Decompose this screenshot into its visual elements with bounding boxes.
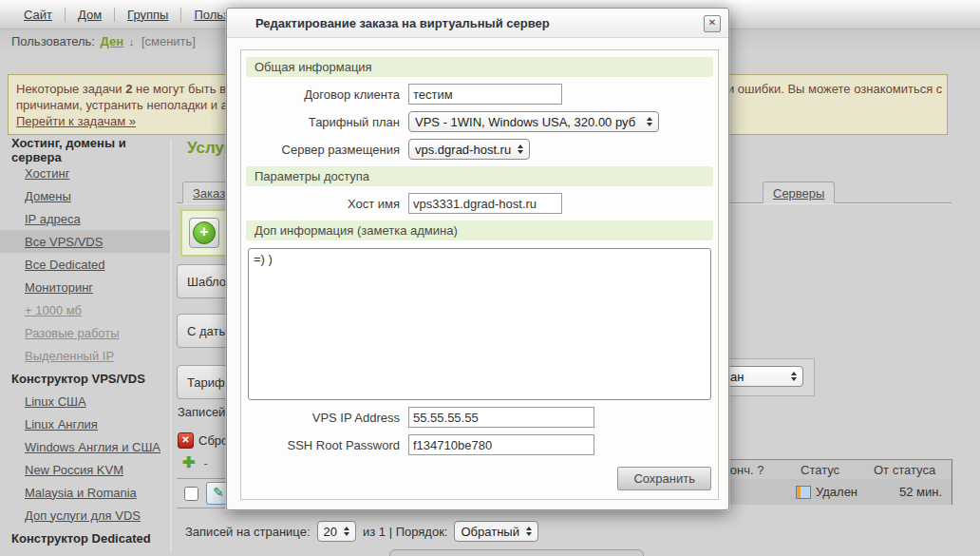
status-filter-select[interactable]: зан — [718, 366, 803, 387]
ssh-password-input[interactable] — [408, 434, 594, 455]
save-button[interactable]: Сохранить — [617, 467, 711, 490]
row-checkbox[interactable] — [184, 487, 198, 501]
sidebar-item-domains[interactable]: Домены — [0, 184, 170, 207]
reset-filters-label: Сбро — [198, 433, 228, 448]
sidebar-item-all-vps[interactable]: Все VPS/VDS — [0, 230, 170, 253]
records-count-label: Записей — [178, 405, 225, 419]
reset-filters-control[interactable]: ✕ Сбро — [178, 432, 228, 449]
add-row-dash: - — [203, 456, 207, 470]
orders-table-row[interactable]: Удален 52 мин. — [705, 479, 952, 505]
sidebar-section-vps-constructor: Конструктор VPS/VDS — [0, 367, 170, 390]
section-general-info: Общая информация — [246, 57, 713, 77]
sidebar-item-malaysia-romania[interactable]: Malaysia и Romania — [0, 481, 170, 504]
sidebar-item-one-time-jobs[interactable]: Разовые работы — [0, 321, 170, 344]
sidebar-item-linux-usa[interactable]: Linux США — [0, 390, 170, 412]
row-status-value: Удален — [816, 485, 858, 499]
stepper-arrows-icon — [518, 144, 523, 154]
admin-note-textarea[interactable]: =) ) — [248, 248, 711, 400]
nav-item-site[interactable]: Сайт — [11, 8, 66, 22]
vps-ip-input[interactable] — [408, 407, 594, 428]
sidebar-section-hosting: Хостинг, домены и сервера — [0, 139, 170, 162]
per-page-label: Записей на странице: — [185, 525, 311, 539]
page-title: Услуг — [187, 139, 231, 158]
sidebar-item-hosting[interactable]: Хостинг — [0, 162, 170, 184]
vps-ip-label: VPS IP Address — [246, 411, 400, 425]
warning-line2: причинами, устранить неполадки и акти — [16, 98, 246, 112]
current-user-row: Пользователь: Ден ↓ [сменить] — [11, 34, 196, 48]
warning-line1-left: Некоторые задачи 2 не могут быть выпо — [16, 82, 249, 96]
placement-server-label: Сервер размещения — [246, 143, 400, 157]
sidebar: Хостинг, домены и сервера Хостинг Домены… — [0, 139, 170, 549]
add-order-button[interactable]: + — [189, 218, 219, 248]
close-icon[interactable]: ✕ — [704, 15, 721, 32]
sidebar-section-dedicated-constructor: Конструктор Dedicated — [0, 527, 170, 549]
bottom-partial-panel — [389, 549, 644, 556]
sidebar-item-new-russia-kvm[interactable]: New Россия KVM — [0, 458, 170, 481]
stepper-arrows-icon — [344, 527, 349, 536]
order-select[interactable]: Обратный — [454, 521, 537, 542]
plan-label: Тарифный план — [246, 115, 400, 129]
dialog-body: Общая информация Договор клиента Тарифны… — [227, 38, 728, 509]
edit-order-dialog: Редактирование заказа на виртуальный сер… — [226, 8, 729, 510]
order-form: Общая информация Договор клиента Тарифны… — [240, 49, 719, 500]
section-access-params: Параметры доступа — [246, 166, 713, 186]
column-since-status: От статуса — [874, 463, 935, 477]
plan-select[interactable]: VPS - 1WIN, Windows USA, 320.00 руб — [408, 111, 659, 132]
placement-server-select[interactable]: vps.dgrad-host.ru — [408, 139, 530, 160]
contract-input[interactable] — [408, 84, 562, 105]
hostname-input[interactable] — [408, 193, 562, 214]
stepper-arrows-icon — [791, 372, 797, 381]
pagination-bar: Записей на странице: 20 из 1 | Порядок: … — [185, 521, 538, 542]
sidebar-item-monitoring[interactable]: Мониторинг — [0, 276, 170, 298]
add-row-plus-icon[interactable]: ✚ — [182, 455, 195, 470]
user-dropdown-arrow-icon[interactable]: ↓ — [129, 36, 135, 48]
tab-servers[interactable]: Серверы — [763, 182, 835, 203]
ssh-password-label: SSH Root Password — [246, 438, 400, 452]
status-icon — [796, 486, 811, 499]
sidebar-item-dedicated-ip[interactable]: Выделенный IP — [0, 344, 170, 367]
go-to-tasks-link[interactable]: Перейти к задачам » — [16, 114, 136, 128]
change-user-link[interactable]: [сменить] — [141, 34, 196, 48]
orders-table-header: конч. ? Статус От статуса — [705, 459, 952, 480]
sidebar-item-all-dedicated[interactable]: Все Dedicated — [0, 253, 170, 276]
contract-label: Договор клиента — [246, 87, 400, 102]
stepper-arrows-icon — [526, 527, 532, 536]
hostname-label: Хост имя — [246, 197, 400, 211]
reset-icon: ✕ — [178, 432, 194, 449]
row-since-value: 52 мин. — [899, 485, 942, 499]
section-admin-note: Доп информация (заметка админа) — [246, 220, 713, 240]
column-end: конч. ? — [725, 463, 763, 477]
sidebar-item-ip-addresses[interactable]: IP адреса — [0, 207, 170, 230]
sidebar-item-vds-addons[interactable]: Доп услуги для VDS — [0, 504, 170, 527]
page-count-label: из 1 | Порядок: — [363, 525, 447, 539]
plus-icon: + — [193, 221, 216, 244]
warning-line1-right: и ошибки. Вы можете ознакомиться с — [727, 82, 942, 96]
sidebar-divider — [170, 139, 172, 553]
column-status: Статус — [801, 463, 839, 477]
per-page-select[interactable]: 20 — [317, 521, 356, 542]
nav-item-groups[interactable]: Группы — [115, 8, 181, 22]
sidebar-item-windows-england-usa[interactable]: Windows Англия и США — [0, 435, 170, 458]
sidebar-item-linux-england[interactable]: Linux Англия — [0, 412, 170, 435]
user-label: Пользователь: — [11, 34, 95, 48]
sidebar-item-1000mb[interactable]: + 1000 мб — [0, 298, 170, 321]
stepper-arrows-icon — [647, 117, 652, 126]
user-name-link[interactable]: Ден — [101, 34, 124, 48]
dialog-title: Редактирование заказа на виртуальный сер… — [227, 9, 728, 38]
add-row-control: ✚ - — [182, 455, 208, 470]
nav-item-home[interactable]: Дом — [66, 8, 115, 22]
